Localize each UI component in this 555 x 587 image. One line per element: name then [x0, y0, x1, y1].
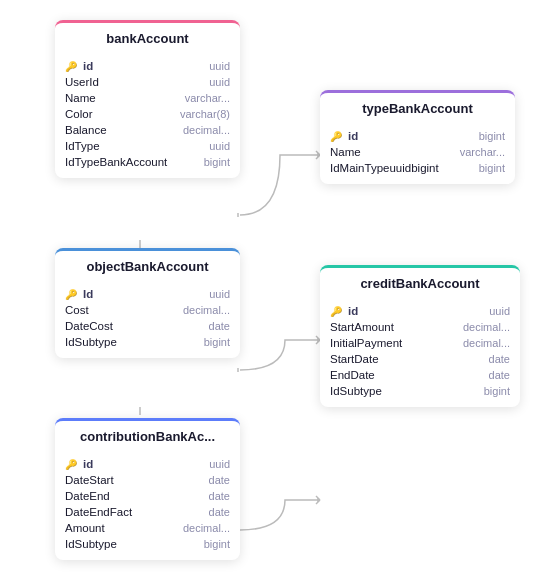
field-type: uuid [489, 305, 510, 317]
field-type: uuid [209, 140, 230, 152]
field-name: IdSubtype [65, 538, 200, 550]
field-name: id [83, 458, 205, 470]
table-row: DateCost date [55, 318, 240, 334]
table-body-typebankaccount: 🔑 id bigint Name varchar... IdMainTypeuu… [320, 124, 515, 184]
field-name: UserId [65, 76, 205, 88]
field-type: varchar... [460, 146, 505, 158]
pk-icon: 🔑 [65, 61, 77, 72]
pk-icon: 🔑 [65, 289, 77, 300]
field-name: id [83, 60, 205, 72]
field-type: bigint [204, 336, 230, 348]
table-row: IdSubtype bigint [55, 536, 240, 552]
field-name: DateEnd [65, 490, 205, 502]
field-type: bigint [484, 385, 510, 397]
pk-icon: 🔑 [330, 306, 342, 317]
field-name: StartAmount [330, 321, 459, 333]
table-creditbankaccount: creditBankAccount 🔑 id uuid StartAmount … [320, 265, 520, 407]
table-row: 🔑 id uuid [55, 58, 240, 74]
table-row: StartDate date [320, 351, 520, 367]
field-name: Name [65, 92, 181, 104]
table-body-bankaccount: 🔑 id uuid UserId uuid Name varchar... Co… [55, 54, 240, 178]
field-type: uuid [209, 288, 230, 300]
field-type: bigint [479, 130, 505, 142]
field-type: date [209, 490, 230, 502]
field-type: uuid [209, 76, 230, 88]
field-name: IdType [65, 140, 205, 152]
field-type: bigint [479, 162, 505, 174]
field-name: Cost [65, 304, 179, 316]
field-type: date [209, 506, 230, 518]
field-name: EndDate [330, 369, 485, 381]
table-row: IdType uuid [55, 138, 240, 154]
table-row: Balance decimal... [55, 122, 240, 138]
table-row: EndDate date [320, 367, 520, 383]
field-type: varchar... [185, 92, 230, 104]
table-row: InitialPayment decimal... [320, 335, 520, 351]
table-row: DateStart date [55, 472, 240, 488]
field-type: date [489, 353, 510, 365]
table-row: 🔑 id bigint [320, 128, 515, 144]
field-type: bigint [204, 156, 230, 168]
field-type: decimal... [463, 337, 510, 349]
field-type: date [209, 320, 230, 332]
table-body-creditbankaccount: 🔑 id uuid StartAmount decimal... Initial… [320, 299, 520, 407]
field-type: decimal... [183, 522, 230, 534]
field-type: uuid [209, 60, 230, 72]
table-row: DateEndFact date [55, 504, 240, 520]
field-name: DateEndFact [65, 506, 205, 518]
field-name: DateCost [65, 320, 205, 332]
table-objectbankaccount: objectBankAccount 🔑 Id uuid Cost decimal… [55, 248, 240, 358]
field-name: IdSubtype [65, 336, 200, 348]
field-type: uuid [209, 458, 230, 470]
field-type: decimal... [183, 304, 230, 316]
table-row: Name varchar... [55, 90, 240, 106]
table-row: Cost decimal... [55, 302, 240, 318]
table-header-contributionbankaccount: contributionBankAc... [55, 418, 240, 452]
table-bankaccount: bankAccount 🔑 id uuid UserId uuid Name v… [55, 20, 240, 178]
table-row: IdTypeBankAccount bigint [55, 154, 240, 170]
field-name: Name [330, 146, 456, 158]
table-row: 🔑 Id uuid [55, 286, 240, 302]
field-type: bigint [204, 538, 230, 550]
diagram-canvas: bankAccount 🔑 id uuid UserId uuid Name v… [0, 0, 555, 587]
table-row: 🔑 id uuid [55, 456, 240, 472]
table-header-typebankaccount: typeBankAccount [320, 90, 515, 124]
table-row: Amount decimal... [55, 520, 240, 536]
field-name: id [348, 305, 485, 317]
pk-icon: 🔑 [65, 459, 77, 470]
field-name: IdMainTypeuuidbigint [330, 162, 475, 174]
field-type: decimal... [463, 321, 510, 333]
field-type: date [489, 369, 510, 381]
table-row: IdMainTypeuuidbigint bigint [320, 160, 515, 176]
table-row: IdSubtype bigint [55, 334, 240, 350]
field-name: IdSubtype [330, 385, 480, 397]
field-name: DateStart [65, 474, 205, 486]
table-row: 🔑 id uuid [320, 303, 520, 319]
table-row: Color varchar(8) [55, 106, 240, 122]
table-row: IdSubtype bigint [320, 383, 520, 399]
field-name: Id [83, 288, 205, 300]
field-name: Color [65, 108, 176, 120]
table-contributionbankaccount: contributionBankAc... 🔑 id uuid DateStar… [55, 418, 240, 560]
svg-line-11 [316, 500, 320, 504]
field-name: InitialPayment [330, 337, 459, 349]
field-name: id [348, 130, 475, 142]
table-header-bankaccount: bankAccount [55, 20, 240, 54]
field-name: IdTypeBankAccount [65, 156, 200, 168]
table-row: UserId uuid [55, 74, 240, 90]
table-body-contributionbankaccount: 🔑 id uuid DateStart date DateEnd date Da… [55, 452, 240, 560]
table-body-objectbankaccount: 🔑 Id uuid Cost decimal... DateCost date … [55, 282, 240, 358]
field-type: decimal... [183, 124, 230, 136]
svg-line-10 [316, 496, 320, 500]
table-header-creditbankaccount: creditBankAccount [320, 265, 520, 299]
field-type: varchar(8) [180, 108, 230, 120]
table-header-objectbankaccount: objectBankAccount [55, 248, 240, 282]
pk-icon: 🔑 [330, 131, 342, 142]
field-name: Balance [65, 124, 179, 136]
table-row: StartAmount decimal... [320, 319, 520, 335]
field-name: Amount [65, 522, 179, 534]
field-name: StartDate [330, 353, 485, 365]
table-typebankaccount: typeBankAccount 🔑 id bigint Name varchar… [320, 90, 515, 184]
table-row: Name varchar... [320, 144, 515, 160]
table-row: DateEnd date [55, 488, 240, 504]
